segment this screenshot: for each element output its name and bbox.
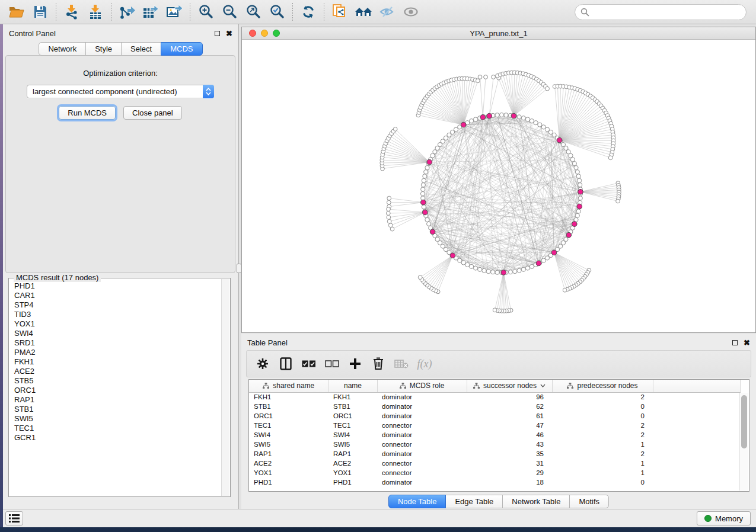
export-network-icon[interactable]: [115, 2, 139, 22]
table-cell[interactable]: PHD1: [328, 477, 377, 487]
network-leaf-node[interactable]: [546, 86, 550, 91]
network-node[interactable]: [521, 267, 525, 271]
network-node[interactable]: [570, 158, 575, 162]
mcds-result-item[interactable]: CAR1: [14, 291, 221, 300]
network-node[interactable]: [508, 270, 512, 274]
table-cell[interactable]: SWI4: [328, 430, 377, 440]
table-cell[interactable]: STB1: [249, 402, 328, 411]
table-cell[interactable]: ACE2: [249, 459, 328, 468]
column-header-predecessor-nodes[interactable]: predecessor nodes: [552, 380, 653, 392]
table-cell[interactable]: TEC1: [249, 421, 328, 430]
network-node[interactable]: [578, 183, 582, 187]
memory-button[interactable]: Memory: [697, 511, 751, 525]
network-node[interactable]: [578, 196, 582, 200]
network-node[interactable]: [470, 264, 474, 268]
task-history-button[interactable]: [5, 511, 23, 525]
network-node[interactable]: [425, 217, 429, 222]
network-node[interactable]: [495, 113, 499, 117]
network-node[interactable]: [513, 270, 517, 274]
tab-edge-table[interactable]: Edge Table: [445, 495, 503, 508]
table-cell[interactable]: dominator: [377, 392, 467, 402]
network-leaf-node[interactable]: [418, 275, 422, 280]
network-leaf-node[interactable]: [476, 79, 480, 83]
network-node[interactable]: [427, 222, 431, 226]
table-cell[interactable]: 18: [467, 477, 552, 487]
network-leaf-node[interactable]: [387, 207, 391, 211]
mcds-hub-node[interactable]: [536, 261, 541, 266]
tab-network[interactable]: Network: [39, 42, 86, 56]
mcds-hub-node[interactable]: [427, 159, 432, 165]
mcds-hub-node[interactable]: [430, 229, 435, 235]
mcds-result-item[interactable]: SWI5: [14, 414, 221, 424]
network-node[interactable]: [491, 270, 495, 274]
zoom-out-icon[interactable]: [218, 2, 241, 22]
table-cell[interactable]: STB1: [328, 402, 377, 411]
delete-column-icon[interactable]: [369, 354, 387, 373]
table-cell[interactable]: 0: [552, 411, 653, 421]
network-node[interactable]: [525, 266, 529, 270]
mcds-hub-node[interactable]: [501, 270, 506, 275]
network-node[interactable]: [465, 262, 470, 267]
network-node[interactable]: [422, 205, 426, 209]
zoom-selected-icon[interactable]: [265, 2, 289, 22]
table-cell[interactable]: FKH1: [328, 392, 377, 402]
network-node[interactable]: [478, 267, 482, 271]
network-leaf-node[interactable]: [616, 199, 620, 203]
table-cell[interactable]: 31: [467, 459, 552, 468]
network-node[interactable]: [473, 266, 477, 270]
network-node[interactable]: [499, 113, 503, 117]
network-leaf-node[interactable]: [478, 75, 482, 79]
table-cell[interactable]: SWI5: [249, 440, 328, 449]
network-node[interactable]: [424, 170, 428, 174]
network-node[interactable]: [470, 119, 474, 123]
mcds-hub-node[interactable]: [461, 122, 466, 127]
table-cell[interactable]: ORC1: [328, 411, 377, 421]
table-cell[interactable]: 43: [467, 440, 552, 449]
table-row[interactable]: PHD1PHD1dominator180: [249, 477, 740, 487]
zoom-in-icon[interactable]: [194, 2, 218, 22]
network-leaf-node[interactable]: [386, 211, 390, 216]
network-canvas[interactable]: [242, 40, 755, 332]
columns-icon[interactable]: [277, 354, 295, 373]
mcds-result-item[interactable]: FKH1: [14, 357, 221, 367]
network-node[interactable]: [504, 113, 508, 117]
add-column-icon[interactable]: [346, 354, 364, 373]
network-node[interactable]: [517, 268, 521, 273]
table-cell[interactable]: 46: [467, 430, 552, 440]
network-node[interactable]: [576, 174, 580, 178]
network-node[interactable]: [423, 174, 427, 178]
network-node[interactable]: [576, 209, 580, 213]
network-node[interactable]: [525, 117, 529, 121]
table-cell[interactable]: RAP1: [249, 449, 328, 459]
table-cell[interactable]: PHD1: [249, 477, 328, 487]
column-header-MCDS-role[interactable]: MCDS role: [377, 380, 467, 392]
network-node[interactable]: [517, 115, 521, 119]
save-session-icon[interactable]: [28, 2, 52, 22]
network-node[interactable]: [422, 178, 426, 182]
hide-selected-eye-icon[interactable]: [375, 2, 399, 22]
network-node[interactable]: [538, 123, 542, 127]
mcds-hub-node[interactable]: [557, 137, 562, 143]
network-node[interactable]: [575, 213, 579, 217]
mcds-result-item[interactable]: SRD1: [14, 338, 221, 348]
network-node[interactable]: [575, 170, 579, 174]
mcds-result-item[interactable]: ORC1: [14, 386, 221, 395]
table-row[interactable]: ACE2ACE2connector311: [249, 459, 740, 468]
network-node[interactable]: [521, 116, 525, 120]
table-row[interactable]: FKH1FKH1dominator962: [249, 392, 740, 402]
mcds-hub-node[interactable]: [422, 210, 428, 215]
table-row[interactable]: ORC1ORC1dominator610: [249, 411, 740, 421]
table-cell[interactable]: dominator: [377, 477, 467, 487]
table-row[interactable]: STB1STB1dominator620: [249, 402, 740, 411]
network-node[interactable]: [534, 121, 538, 125]
float-panel-icon[interactable]: [215, 31, 220, 36]
open-folder-icon[interactable]: [5, 2, 28, 22]
table-cell[interactable]: 2: [552, 430, 653, 440]
tab-style[interactable]: Style: [85, 42, 122, 56]
table-cell[interactable]: FKH1: [249, 392, 328, 402]
table-cell[interactable]: TEC1: [328, 421, 377, 430]
mcds-result-item[interactable]: TEC1: [14, 424, 221, 433]
mcds-hub-node[interactable]: [577, 204, 582, 209]
mcds-result-item[interactable]: RAP1: [14, 395, 221, 405]
table-cell[interactable]: ORC1: [249, 411, 328, 421]
